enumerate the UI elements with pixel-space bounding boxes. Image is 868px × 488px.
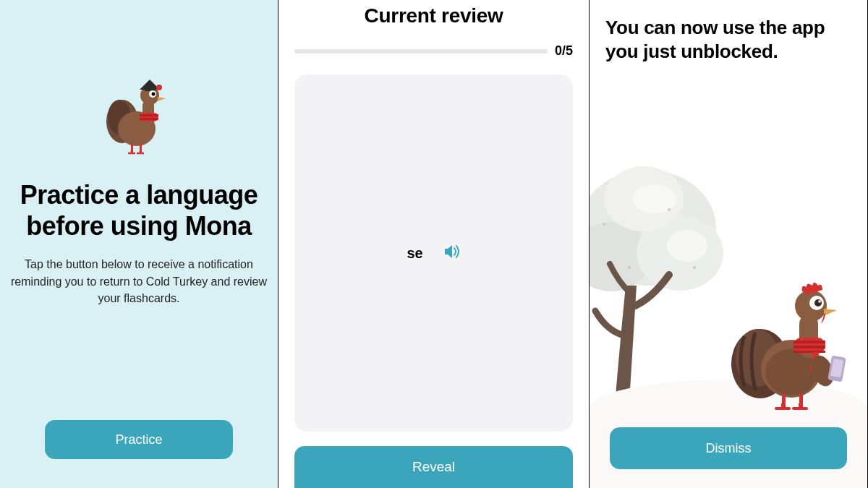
svg-point-21 [668, 208, 671, 211]
practice-title: Practice a language before using Mona [20, 179, 258, 241]
svg-rect-5 [140, 114, 158, 116]
flashcard: se [294, 74, 573, 432]
svg-rect-31 [793, 346, 825, 348]
speaker-icon[interactable] [443, 244, 461, 262]
svg-rect-6 [140, 118, 158, 120]
svg-rect-30 [793, 341, 825, 343]
review-screen: Current review 0/5 se Reveal [278, 0, 590, 488]
dismiss-button[interactable]: Dismiss [610, 427, 847, 469]
svg-point-9 [156, 85, 162, 90]
mascot-with-phone-illustration [730, 271, 853, 416]
svg-point-11 [152, 93, 156, 96]
unblocked-screen: You can now use the app you just unblock… [590, 0, 868, 488]
progress-bar [294, 49, 548, 53]
practice-button[interactable]: Practice [45, 420, 233, 459]
progress-label: 0/5 [555, 43, 573, 59]
practice-prompt-screen: Practice a language before using Mona Ta… [0, 0, 278, 488]
review-title: Current review [365, 4, 503, 27]
svg-point-35 [814, 299, 822, 307]
reveal-button[interactable]: Reveal [294, 446, 573, 488]
progress-row: 0/5 [294, 43, 573, 59]
mascot-illustration [99, 65, 179, 159]
practice-description: Tap the button below to receive a notifi… [0, 256, 278, 307]
svg-point-22 [693, 266, 696, 269]
svg-point-36 [818, 300, 821, 303]
svg-rect-32 [793, 351, 825, 353]
unblocked-title: You can now use the app you just unblock… [590, 0, 867, 63]
svg-point-23 [628, 266, 631, 269]
svg-point-19 [667, 230, 707, 262]
flashcard-word: se [407, 245, 422, 262]
svg-point-20 [603, 223, 605, 226]
svg-rect-8 [145, 85, 155, 91]
svg-rect-4 [140, 113, 158, 121]
